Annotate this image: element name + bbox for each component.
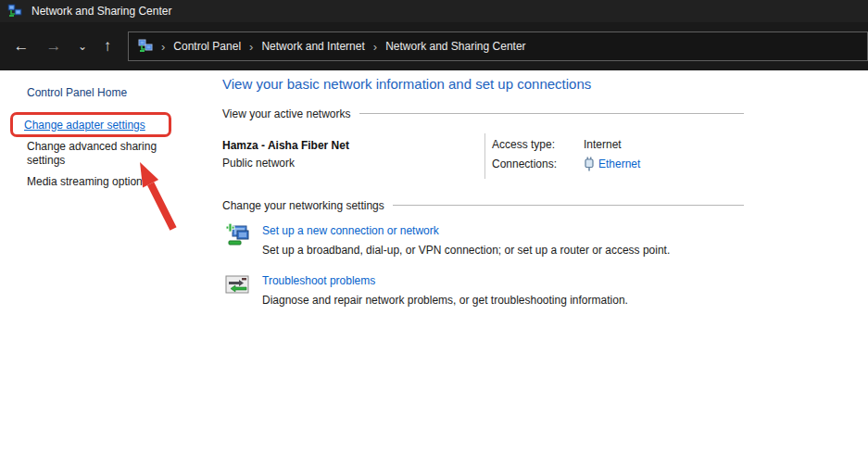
breadcrumb-control-panel[interactable]: Control Panel — [173, 40, 241, 53]
breadcrumb-network-sharing-center[interactable]: Network and Sharing Center — [385, 40, 525, 53]
task-set-up-new-connection[interactable]: Set up a new connection or network Set u… — [225, 222, 670, 257]
back-button[interactable]: ← — [7, 33, 35, 59]
back-icon: ← — [14, 37, 30, 56]
networking-settings-section-header: Change your networking settings — [222, 198, 744, 212]
sidebar-item-control-panel-home[interactable]: Control Panel Home — [27, 86, 127, 99]
connections-label: Connections: — [492, 157, 584, 170]
forward-icon: → — [46, 37, 62, 56]
troubleshoot-problems-description: Diagnose and repair network problems, or… — [262, 294, 628, 307]
network-type: Public network — [222, 157, 295, 170]
navigation-bar: ← → ⌄ ↑ › Control Panel › Network and In… — [0, 22, 868, 70]
forward-button[interactable]: → — [40, 33, 68, 59]
set-up-connection-description: Set up a broadband, dial-up, or VPN conn… — [262, 244, 670, 257]
recent-locations-button[interactable]: ⌄ — [69, 33, 96, 59]
titlebar: Network and Sharing Center — [0, 0, 868, 22]
task-troubleshoot-problems[interactable]: Troubleshoot problems Diagnose and repai… — [225, 272, 628, 307]
up-button[interactable]: ↑ — [94, 33, 121, 59]
breadcrumb-separator-icon: › — [249, 40, 253, 54]
section-divider-line — [359, 113, 744, 114]
sidebar-item-change-adapter-settings[interactable]: Change adapter settings — [24, 119, 145, 132]
window-title: Network and Sharing Center — [31, 5, 171, 18]
active-networks-section-header: View your active networks — [222, 107, 744, 120]
ethernet-link[interactable]: Ethernet — [598, 157, 640, 170]
troubleshoot-icon — [225, 272, 250, 297]
network-and-sharing-center-window: Network and Sharing Center ← → ⌄ ↑ › Con… — [0, 0, 868, 466]
address-bar[interactable]: › Control Panel › Network and Internet ›… — [128, 31, 868, 61]
set-up-connection-link[interactable]: Set up a new connection or network — [262, 224, 670, 237]
vertical-divider — [484, 133, 485, 179]
up-arrow-icon: ↑ — [104, 37, 112, 56]
annotation-arrow-icon — [130, 154, 185, 237]
main-content: Control Panel Home Change adapter settin… — [0, 70, 868, 466]
breadcrumb-separator-icon: › — [373, 40, 377, 54]
new-connection-icon — [225, 222, 250, 247]
troubleshoot-problems-link[interactable]: Troubleshoot problems — [262, 274, 628, 287]
annotation-highlight-box: Change adapter settings — [10, 112, 171, 137]
breadcrumb-network-and-internet[interactable]: Network and Internet — [261, 40, 364, 53]
access-type-value: Internet — [584, 138, 696, 151]
networking-settings-label: Change your networking settings — [222, 199, 384, 212]
ethernet-plug-icon — [584, 157, 595, 171]
network-details: Access type: Internet Connections: Ether… — [492, 138, 696, 171]
network-app-icon — [7, 4, 22, 19]
network-name: Hamza - Aisha Fiber Net — [222, 139, 349, 152]
access-type-label: Access type: — [492, 138, 584, 151]
network-location-icon — [138, 39, 153, 54]
page-title: View your basic network information and … — [222, 76, 591, 92]
breadcrumb-separator-icon: › — [161, 40, 165, 54]
section-divider-line — [393, 205, 744, 206]
active-networks-label: View your active networks — [222, 107, 351, 120]
chevron-down-icon: ⌄ — [78, 40, 87, 53]
